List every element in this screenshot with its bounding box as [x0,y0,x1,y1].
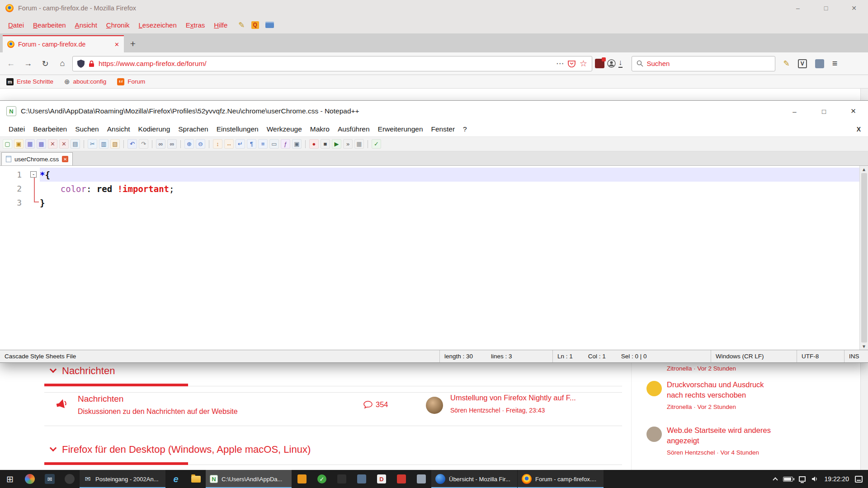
url-bar[interactable]: https://www.camp-firefox.de/forum/ ⋯ ☆ [72,56,592,71]
menu-item-extras[interactable]: Extras [181,21,210,29]
chevron-down-icon[interactable] [50,445,57,452]
close-all-icon[interactable]: ✕ [59,139,69,149]
menu-item-sprachen[interactable]: Sprachen [174,125,212,133]
taskbar-button-firefox[interactable]: Forum - camp-firefox.... [518,470,604,488]
close-button[interactable]: ✕ [839,101,868,122]
tray-expand-icon[interactable] [773,477,778,482]
save-all-icon[interactable]: ▩ [37,139,46,149]
pinned-app-3[interactable] [332,470,352,488]
taskbar-button-thunderbird[interactable]: Übersicht - Mozilla Fir... [431,470,517,488]
menu-item-hilfe[interactable]: Hilfe [209,21,232,29]
status-eol[interactable]: Windows (CR LF) [711,350,797,362]
close-file-icon[interactable]: ✕ [48,139,57,149]
zoom-in-icon[interactable]: ⊕ [184,139,194,149]
menu-item-bearbeiten[interactable]: Bearbeiten [28,21,71,29]
folder-icon[interactable] [265,22,274,28]
maximize-button[interactable]: □ [809,101,839,122]
code-line-1[interactable]: 1-*{ [0,168,859,182]
menu-item-suchen[interactable]: Suchen [71,125,103,133]
pencil-icon[interactable]: ✎ [783,59,790,68]
start-button[interactable]: ⊞ [0,470,20,488]
scrollbar-thumb[interactable] [861,173,867,343]
menu-item-ansicht[interactable]: Ansicht [71,21,102,29]
macro-play-icon[interactable]: ▶ [332,139,341,149]
tab-close-icon[interactable]: ✕ [114,41,119,48]
lock-icon[interactable] [89,60,94,67]
menu-item-bearbeiten[interactable]: Bearbeiten [29,125,71,133]
back-button[interactable]: ← [4,56,18,71]
ublock-icon[interactable] [595,59,604,68]
menu-item-datei[interactable]: Datei [5,125,29,133]
app-icon-1[interactable] [20,470,40,488]
close-document-icon[interactable]: X [857,126,861,133]
home-button[interactable]: ⌂ [55,56,70,71]
notepadpp-titlebar[interactable]: N C:\Users\Andi\AppData\Roaming\Mozilla\… [0,101,868,122]
forward-button[interactable]: → [21,56,35,71]
pinned-app-7[interactable] [411,470,431,488]
firefox-titlebar[interactable]: Forum - camp-firefox.de - Mozilla Firefo… [0,0,868,16]
sidebar-topic-item[interactable]: Web.de Startseite wird anderes angezeigt… [639,425,788,456]
quill-icon[interactable]: ✎ [238,20,245,30]
tab-forum-camp-firefox[interactable]: Forum - camp-firefox.de ✕ [3,35,124,52]
pinned-app-1[interactable] [292,470,312,488]
taskbar-button-notepadpp[interactable]: NC:\Users\Andi\AppDa... [206,470,292,488]
editor-area[interactable]: 1-*{2 color: red !important;3} ▲ ▼ [0,166,868,350]
menu-item-erweiterungen[interactable]: Erweiterungen [374,125,427,133]
menu-item-werkzeuge[interactable]: Werkzeuge [263,125,306,133]
menu-item-chronik[interactable]: Chronik [102,21,134,29]
avatar[interactable] [426,397,443,414]
forum-link-nachrichten[interactable]: Nachrichten [78,394,123,404]
section-header-firefox-desktop[interactable]: Firefox für den Desktop (Windows, Apple … [51,444,311,455]
qnote-icon[interactable]: Q [251,21,259,29]
paste-icon[interactable]: ▧ [110,139,120,149]
code-line-3[interactable]: 3} [0,196,859,210]
macro-stop-icon[interactable]: ■ [321,139,330,149]
menu-item-ausf-hren[interactable]: Ausführen [334,125,374,133]
menu-item-makro[interactable]: Makro [306,125,334,133]
folder-workspace-icon[interactable]: ▣ [292,139,302,149]
print-icon[interactable]: ▤ [71,139,80,149]
find-icon[interactable]: ∞ [156,139,165,149]
spell-check-icon[interactable]: ✓ [372,139,381,149]
sidebar-topic-item[interactable]: Zitronella · Vor 2 Stunden [639,362,788,372]
section-header-nachrichten[interactable]: Nachrichten [51,365,115,377]
file-explorer-icon[interactable] [186,470,206,488]
bookmark-erste-schritte[interactable]: m Erste Schritte [6,78,53,85]
word-wrap-icon[interactable]: ↵ [236,139,245,149]
status-encoding[interactable]: UTF-8 [797,350,844,362]
maximize-button[interactable]: □ [812,0,840,16]
app-icon-2[interactable] [60,470,80,488]
pinned-app-4[interactable] [352,470,372,488]
sidebar-topic-item[interactable]: Druckvorschau und Ausdruck nach rechts v… [639,380,788,410]
section-title[interactable]: Nachrichten [62,365,115,377]
new-tab-button[interactable]: + [124,35,142,52]
v-extension-icon[interactable]: V [798,59,807,68]
volume-icon[interactable] [811,476,819,482]
scroll-down-icon[interactable]: ▼ [863,344,865,349]
download-icon[interactable]: ↓ [618,59,623,68]
chevron-down-icon[interactable] [50,366,57,373]
editor-scrollbar[interactable]: ▲ ▼ [859,166,868,350]
topic-link[interactable]: Web.de Startseite wird anderes angezeigt [667,425,781,446]
bookmark-star-icon[interactable]: ☆ [580,58,587,69]
search-bar[interactable] [632,56,775,71]
menu-hamburger-icon[interactable]: ≡ [832,58,838,69]
macro-record-icon[interactable]: ● [309,139,319,149]
pinned-app-2[interactable]: ✓ [312,470,332,488]
clock[interactable]: 19:22:20 [825,475,849,483]
url-text[interactable]: https://www.camp-firefox.de/forum/ [99,60,552,68]
macro-run-multiple-icon[interactable]: » [343,139,353,149]
code-area[interactable]: 1-*{2 color: red !important;3} [0,166,859,350]
sync-vertical-icon[interactable]: ↕ [213,139,222,149]
redo-icon[interactable]: ↷ [139,139,148,149]
copy-icon[interactable]: ▥ [99,139,108,149]
pinned-app-5[interactable]: D [372,470,392,488]
blue-extension-icon[interactable] [815,59,824,68]
menu-item-help[interactable]: ? [459,125,471,133]
sync-horizontal-icon[interactable]: ↔ [224,139,234,149]
minimize-button[interactable]: – [780,101,809,122]
pocket-icon[interactable] [568,60,576,67]
bookmark-forum[interactable]: f-f Forum [117,78,145,85]
indent-guide-icon[interactable]: ≡ [258,139,268,149]
fold-collapse-icon[interactable]: - [30,171,37,178]
